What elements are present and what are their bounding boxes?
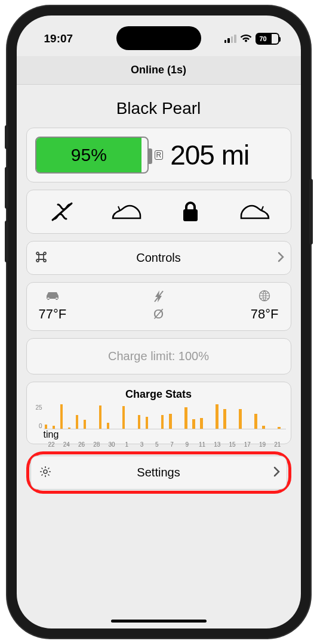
svg-point-4: [44, 470, 47, 473]
trunk-button[interactable]: [238, 200, 272, 224]
interior-temp: 77°F: [39, 290, 67, 322]
climate-fan-button[interactable]: [45, 200, 79, 224]
controls-label: Controls: [35, 251, 282, 265]
charge-limit-card[interactable]: Charge limit: 100%: [26, 338, 291, 374]
svg-rect-1: [183, 209, 198, 221]
cellular-icon: [224, 35, 236, 43]
battery-percent-label: 95%: [71, 145, 107, 165]
settings-label: Settings: [39, 466, 278, 479]
exterior-temp-value: 78°F: [251, 306, 279, 322]
vehicle-name: Black Pearl: [26, 99, 291, 118]
dynamic-island: [116, 26, 201, 50]
car-icon: [44, 290, 61, 303]
chevron-right-icon: [272, 466, 281, 480]
charge-limit-text: Charge limit: 100%: [108, 349, 209, 363]
battery-icon: 70: [256, 33, 279, 45]
wifi-icon: [240, 35, 252, 43]
globe-icon: [258, 290, 270, 303]
home-indicator[interactable]: [111, 620, 207, 623]
settings-highlight: Settings: [26, 451, 291, 494]
chart-title: Charge Stats: [32, 388, 286, 401]
status-battery-percent: 70: [260, 35, 267, 42]
settings-row[interactable]: Settings: [30, 456, 287, 490]
charge-stats-card[interactable]: Charge Stats 250 ting 222426283013579111…: [26, 382, 291, 444]
quick-actions-card: [26, 190, 291, 234]
sentry-state: Ø: [153, 290, 164, 322]
range-value: 205 mi: [170, 139, 249, 171]
frunk-button[interactable]: [110, 200, 143, 224]
gear-icon: [39, 466, 51, 480]
charge-stats-chart: 250 ting 222426283013579111315171921: [44, 404, 286, 441]
lock-button[interactable]: [174, 200, 207, 224]
chevron-right-icon: [276, 251, 285, 265]
online-status: Online (1s): [131, 64, 186, 76]
temperature-card[interactable]: 77°F Ø 78°F: [26, 282, 291, 331]
battery-range-card[interactable]: 95% R 205 mi: [26, 128, 291, 182]
flash-off-icon: [153, 290, 164, 303]
page-header: Online (1s): [17, 56, 301, 85]
battery-level-graphic: 95%: [35, 137, 149, 174]
command-icon: [35, 251, 47, 265]
sentry-value: Ø: [153, 306, 164, 322]
interior-temp-value: 77°F: [39, 306, 67, 322]
rated-badge: R: [155, 150, 164, 160]
controls-row[interactable]: Controls: [26, 241, 291, 275]
status-time: 19:07: [44, 32, 73, 45]
exterior-temp: 78°F: [251, 290, 279, 322]
svg-line-0: [53, 203, 72, 220]
